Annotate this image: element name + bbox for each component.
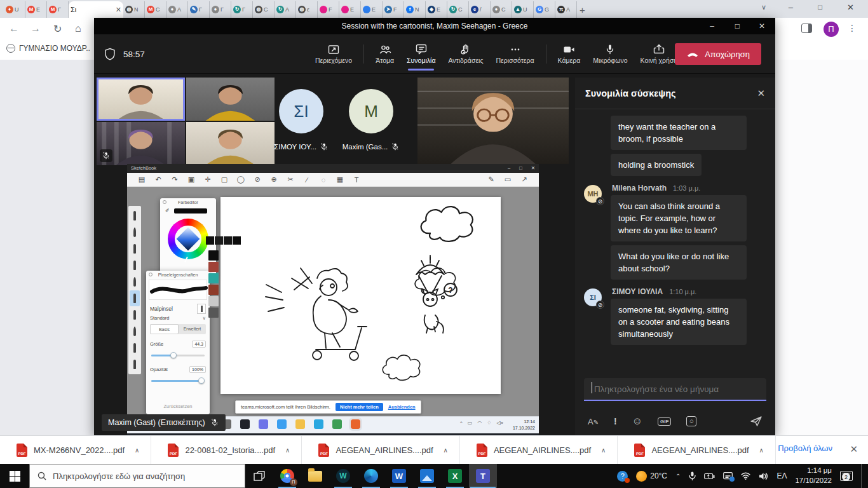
taskbar-app-excel[interactable]: X <box>441 464 469 488</box>
browser-tab[interactable]: MΓ <box>47 1 69 18</box>
tab-label: G <box>545 6 549 13</box>
browser-tab-active[interactable]: Σι✕ <box>69 1 123 18</box>
browser-tab[interactable]: ↻C <box>447 1 469 18</box>
browser-close-button[interactable]: ✕ <box>847 3 854 12</box>
teams-minimize-button[interactable]: – <box>710 22 714 30</box>
browser-minimize-button[interactable]: – <box>789 3 793 12</box>
start-button[interactable] <box>0 464 29 488</box>
send-icon[interactable] <box>750 416 763 427</box>
browser-tab[interactable]: ME <box>25 1 47 18</box>
browser-tab[interactable]: E <box>339 1 361 18</box>
download-chip[interactable]: PDFAEGEAN_AIRLINES....pdf∧ <box>618 436 776 464</box>
browser-profile-avatar[interactable]: Π <box>824 22 839 37</box>
browser-tab[interactable]: ●C <box>491 1 512 18</box>
browser-tab[interactable]: ◍C <box>253 1 275 18</box>
browser-tab[interactable]: ●A <box>166 1 188 18</box>
teams-tray-icon[interactable] <box>723 472 733 480</box>
show-all-downloads-button[interactable]: Προβολή όλων <box>778 444 832 453</box>
microphone-button[interactable]: Μικρόφωνο <box>587 34 634 74</box>
participant-video-large[interactable] <box>417 78 569 164</box>
sticker-icon[interactable]: ☺ <box>686 416 696 426</box>
download-chip[interactable]: PDFMX-M266NV_2022....pdf∧ <box>0 436 151 464</box>
browser-tab[interactable]: F <box>318 1 339 18</box>
download-chevron-icon[interactable]: ∧ <box>759 447 764 454</box>
side-panel-icon[interactable] <box>801 24 812 33</box>
browser-tab[interactable]: ➤F <box>383 1 404 18</box>
taskbar-app-teams[interactable]: T <box>469 464 497 488</box>
download-chip[interactable]: PDFAEGEAN_AIRLINES....pdf∧ <box>460 436 618 464</box>
taskbar-clock[interactable]: 1:14 μμ 17/10/2022 <box>795 466 832 485</box>
browser-tab[interactable]: ✎Γ <box>188 1 210 18</box>
volume-icon[interactable] <box>759 472 768 480</box>
browser-tab[interactable]: ▲U <box>512 1 534 18</box>
taskbar-app-explorer[interactable] <box>301 464 329 488</box>
video-tile[interactable] <box>97 122 185 165</box>
browser-tab[interactable]: fN <box>404 1 426 18</box>
browser-tab[interactable]: ◍N <box>123 1 145 18</box>
browser-tab[interactable]: MC <box>145 1 166 18</box>
browser-tab[interactable]: ◍ε <box>296 1 318 18</box>
content-button[interactable]: Περιεχόμενο <box>309 34 358 74</box>
more-button[interactable]: Περισσότερα <box>489 34 540 74</box>
wifi-icon[interactable] <box>741 472 750 480</box>
browser-tab[interactable]: πA <box>555 1 577 18</box>
downloads-close-icon[interactable]: ✕ <box>850 444 858 455</box>
notification-center-icon[interactable]: 2 <box>840 471 853 481</box>
forward-icon[interactable]: → <box>31 23 41 34</box>
taskbar-app-edge[interactable] <box>357 464 385 488</box>
gif-icon[interactable]: GIF <box>658 417 671 426</box>
teams-maximize-button[interactable]: □ <box>735 22 740 30</box>
weather-widget[interactable]: 20°C <box>636 471 667 482</box>
tab-close-icon[interactable]: ✕ <box>116 6 121 14</box>
browser-menu-icon[interactable]: ⋮ <box>848 23 857 33</box>
reload-icon[interactable]: ↻ <box>53 23 62 35</box>
camera-button[interactable]: Κάμερα <box>552 34 587 74</box>
download-chevron-icon[interactable]: ∧ <box>135 447 139 454</box>
reactions-button[interactable]: Αντιδράσεις <box>442 34 489 74</box>
taskbar-app-chrome[interactable]: Π <box>273 464 301 488</box>
brush-tool <box>130 323 140 339</box>
download-chevron-icon[interactable]: ∧ <box>444 447 448 454</box>
teams-close-button[interactable]: ✕ <box>759 22 765 30</box>
new-tab-button[interactable]: + <box>580 4 585 15</box>
taskbar-search-box[interactable]: Πληκτρολογήστε εδώ για αναζήτηση <box>29 464 245 488</box>
system-tray: ? 20°C ⌃ ΕΛ 1:14 μμ 17/10/2022 <box>617 464 868 488</box>
taskbar-app-photos[interactable] <box>413 464 441 488</box>
back-icon[interactable]: ← <box>9 23 19 34</box>
browser-tab[interactable]: ♦U <box>4 1 25 18</box>
tray-mic-icon[interactable] <box>689 471 696 480</box>
browser-maximize-button[interactable]: □ <box>818 3 822 11</box>
bookmark-item[interactable]: ΓΥΜΝΑΣΙΟ ΜΟΥΔΡ.. <box>6 44 90 53</box>
video-tile[interactable] <box>97 78 185 121</box>
emoji-icon[interactable]: ☺ <box>632 416 642 427</box>
download-chip[interactable]: PDFAEGEAN_AIRLINES....pdf∧ <box>302 436 460 464</box>
help-icon[interactable]: ? <box>617 471 628 482</box>
download-chevron-icon[interactable]: ∧ <box>601 447 606 454</box>
browser-tab[interactable]: e/ <box>469 1 491 18</box>
browser-tab[interactable]: ↻A <box>275 1 296 18</box>
tab-search-chevron-icon[interactable]: ∨ <box>761 3 766 11</box>
leave-button[interactable]: Αποχώρηση <box>675 43 761 65</box>
taskbar-app-webex[interactable]: W <box>329 464 357 488</box>
browser-tab[interactable]: E <box>361 1 383 18</box>
browser-tab[interactable]: ↻Γ <box>231 1 253 18</box>
tray-chevron-icon[interactable]: ⌃ <box>675 473 681 480</box>
priority-icon[interactable]: ! <box>614 416 617 426</box>
home-icon[interactable]: ⌂ <box>75 23 81 34</box>
taskbar-app-word[interactable]: W <box>385 464 413 488</box>
browser-tab[interactable]: ●Γ <box>210 1 231 18</box>
show-desktop-strip[interactable] <box>861 464 864 488</box>
battery-icon[interactable] <box>704 473 715 480</box>
chat-button[interactable]: Συνομιλία <box>400 34 442 74</box>
participant-avatar-tile[interactable]: M Maxim (Gas... <box>323 78 419 166</box>
people-button[interactable]: Άτομα <box>369 34 400 74</box>
chat-close-icon[interactable]: ✕ <box>757 88 765 99</box>
format-icon[interactable]: A✎ <box>588 417 599 426</box>
browser-tab[interactable]: ◈E <box>426 1 447 18</box>
browser-tab[interactable]: GG <box>534 1 555 18</box>
chat-message-input[interactable] <box>584 378 766 401</box>
language-indicator[interactable]: ΕΛ <box>776 471 787 480</box>
task-view-button[interactable] <box>245 464 273 488</box>
download-chevron-icon[interactable]: ∧ <box>285 447 290 454</box>
download-chip[interactable]: PDF22-0081-02_Istoria....pdf∧ <box>151 436 302 464</box>
